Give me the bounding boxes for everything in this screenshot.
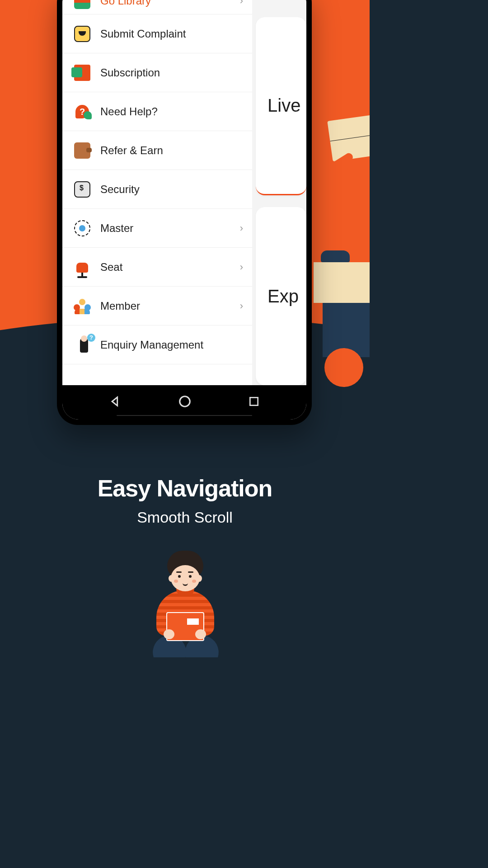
android-nav-bar [62,385,306,420]
promo-subtitle: Smooth Scroll [0,509,370,526]
drawer-item-member[interactable]: Member › [62,287,252,326]
card-label: Exp [267,286,299,307]
drawer-item-label: Master [100,222,240,235]
books-icon [73,0,91,10]
seat-icon [73,258,91,276]
subscription-icon [73,64,91,82]
master-icon [73,219,91,237]
drawer-item-need-help[interactable]: Need Help? [62,92,252,131]
main-content-behind-drawer: Live Exp [252,0,306,385]
drawer-item-label: Member [100,300,240,312]
drawer-item-label: Seat [100,261,240,274]
svg-rect-1 [250,397,258,405]
back-icon[interactable] [109,395,122,410]
drawer-item-go-library[interactable]: Go Library › [62,0,252,14]
drawer-item-master[interactable]: Master › [62,209,252,248]
drawer-item-label: Enquiry Management [100,339,243,351]
drawer-item-label: Refer & Earn [100,144,243,157]
dashboard-card-live[interactable]: Live [256,17,306,195]
help-icon [73,103,91,121]
card-label: Live [267,95,300,116]
promo-title: Easy Navigation [0,475,370,502]
member-icon [73,297,91,315]
drawer-item-refer-earn[interactable]: Refer & Earn [62,131,252,170]
svg-point-0 [180,396,190,407]
drawer-item-label: Submit Complaint [100,28,243,40]
drawer-item-subscription[interactable]: Subscription [62,53,252,92]
drawer-item-submit-complaint[interactable]: Submit Complaint [62,14,252,53]
security-icon [73,180,91,198]
complaint-icon [73,25,91,43]
phone-mockup: Go Library › Submit Complaint Subscripti… [57,0,312,425]
chevron-right-icon: › [240,0,243,7]
wallet-icon [73,142,91,160]
navigation-drawer: Go Library › Submit Complaint Subscripti… [62,0,252,385]
drawer-item-label: Need Help? [100,105,243,118]
drawer-item-enquiry-management[interactable]: Enquiry Management [62,326,252,364]
boy-reading-illustration [136,549,233,657]
chevron-right-icon: › [240,222,243,234]
chevron-right-icon: › [240,300,243,312]
chevron-right-icon: › [240,261,243,273]
home-icon[interactable] [178,395,192,410]
enquiry-icon [73,336,91,354]
drawer-item-label: Security [100,183,243,196]
dashboard-card-exp[interactable]: Exp [256,207,306,385]
recent-apps-icon[interactable] [248,396,260,409]
drawer-item-seat[interactable]: Seat › [62,248,252,287]
drawer-item-label: Subscription [100,66,243,79]
reading-person-illustration [305,104,370,312]
drawer-item-security[interactable]: Security [62,170,252,209]
drawer-item-label: Go Library [100,0,240,7]
